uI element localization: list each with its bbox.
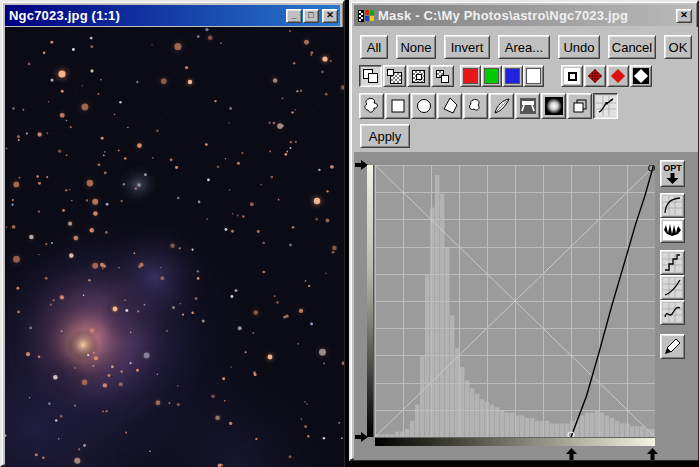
mask-dither-red-button[interactable]: [584, 65, 606, 87]
white-channel-button[interactable]: [523, 65, 544, 87]
mask-window: Mask - C:\My Photos\astro\Ngc7023.jpg ✕ …: [349, 0, 699, 461]
polygon-tool-button[interactable]: [437, 93, 462, 119]
app-icon: [358, 9, 374, 23]
mode-color-row: [354, 65, 653, 87]
green-swatch-icon: [484, 68, 499, 84]
white-swatch-icon: [526, 68, 541, 84]
blob-tool-button[interactable]: [463, 93, 488, 119]
curve-end-marker-arrow[interactable]: [647, 448, 658, 460]
wavy-curve-button[interactable]: [660, 300, 685, 325]
blue-channel-button[interactable]: [502, 65, 523, 87]
mask-panel: All None Invert Area... Undo Cancel OK: [354, 27, 698, 460]
ellipse-tool-button[interactable]: [411, 93, 436, 119]
desktop: Ngc7023.jpg (1:1) _ □ ✕ Mask - C:\My Pho…: [0, 0, 699, 467]
curve-graph-icon: [596, 96, 616, 116]
mask-window-titlebar[interactable]: Mask - C:\My Photos\astro\Ngc7023.jpg ✕: [354, 5, 694, 26]
cancel-button[interactable]: Cancel: [608, 35, 656, 59]
ok-button[interactable]: OK: [664, 35, 692, 59]
gamma-curve-icon: [663, 196, 682, 215]
red-swatch-icon: [463, 68, 478, 84]
nebula-image[interactable]: [5, 27, 344, 467]
mask-outline-button[interactable]: [561, 65, 583, 87]
feather-icon: [492, 96, 512, 116]
none-button[interactable]: None: [396, 35, 436, 59]
close-button[interactable]: ✕: [322, 9, 338, 23]
apply-button[interactable]: Apply: [360, 124, 410, 148]
mask-window-title: Mask - C:\My Photos\astro\Ngc7023.jpg: [378, 8, 673, 23]
combine-intersect-button[interactable]: [407, 65, 430, 87]
mask-solid-red-icon: [610, 68, 626, 84]
polygon-icon: [440, 96, 460, 116]
gamma-curve-button[interactable]: [660, 193, 685, 218]
equalize-icon: [663, 221, 682, 240]
glow-tool-button[interactable]: [541, 93, 566, 119]
mask-outline-icon: [564, 68, 580, 84]
opt-button[interactable]: OPT: [660, 160, 685, 187]
glow-icon: [544, 96, 564, 116]
curve-start-marker-arrow[interactable]: [566, 448, 577, 460]
pen-button[interactable]: [660, 334, 685, 359]
mask-white-on-black-icon: [633, 68, 649, 84]
pen-icon: [663, 337, 682, 356]
freehand-icon: [362, 96, 382, 116]
table-tool-button[interactable]: [515, 93, 540, 119]
curve-editor: OPT: [354, 152, 698, 460]
blob-icon: [466, 96, 486, 116]
rectangle-tool-button[interactable]: [385, 93, 410, 119]
table-icon: [518, 96, 538, 116]
wavy-curve-icon: [663, 303, 682, 322]
image-window-titlebar[interactable]: Ngc7023.jpg (1:1) _ □ ✕: [5, 5, 340, 26]
mask-close-button[interactable]: ✕: [676, 9, 692, 23]
image-window-title: Ngc7023.jpg (1:1): [9, 8, 285, 23]
undo-button[interactable]: Undo: [558, 35, 600, 59]
tool-row: [354, 93, 618, 119]
vertical-gradient-bar: [367, 165, 374, 437]
rectangle-icon: [388, 96, 408, 116]
red-channel-button[interactable]: [460, 65, 481, 87]
horizontal-gradient-bar: [375, 437, 655, 446]
curve-side-toolbar: OPT: [660, 160, 685, 359]
combine-subtract-button[interactable]: [383, 65, 406, 87]
combine-xor-button[interactable]: [431, 65, 454, 87]
image-window: Ngc7023.jpg (1:1) _ □ ✕: [0, 0, 345, 467]
channel-color-group: [460, 65, 544, 87]
duplicate-tool-button[interactable]: [567, 93, 592, 119]
smooth-curve-button[interactable]: [660, 275, 685, 300]
curve-tool-button[interactable]: [593, 93, 618, 119]
maximize-button[interactable]: □: [303, 9, 319, 23]
feather-tool-button[interactable]: [489, 93, 514, 119]
opt-label: OPT: [663, 163, 682, 173]
ellipse-icon: [414, 96, 434, 116]
combine-replace-button[interactable]: [359, 65, 382, 87]
mask-white-on-black-button[interactable]: [630, 65, 652, 87]
area-button[interactable]: Area...: [498, 35, 550, 59]
minimize-button[interactable]: _: [286, 9, 302, 23]
mask-dither-red-icon: [587, 68, 603, 84]
freehand-tool-button[interactable]: [359, 93, 384, 119]
blue-swatch-icon: [505, 68, 520, 84]
invert-button[interactable]: Invert: [444, 35, 490, 59]
green-channel-button[interactable]: [481, 65, 502, 87]
staircase-curve-button[interactable]: [660, 250, 685, 275]
staircase-curve-icon: [663, 253, 682, 272]
down-arrow-icon: [666, 173, 679, 184]
all-button[interactable]: All: [360, 35, 388, 59]
histogram-curve-plot[interactable]: [375, 165, 655, 437]
mask-solid-red-button[interactable]: [607, 65, 629, 87]
equalize-button[interactable]: [660, 218, 685, 243]
mask-style-group: [561, 65, 653, 87]
duplicate-icon: [570, 96, 590, 116]
smooth-curve-icon: [663, 278, 682, 297]
selection-button-row: All None Invert Area... Undo Cancel OK: [354, 35, 692, 59]
